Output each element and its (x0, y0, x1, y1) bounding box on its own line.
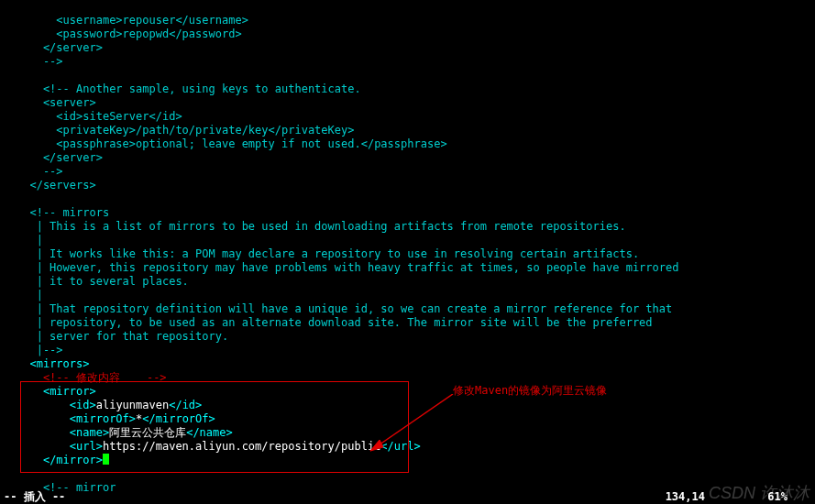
vim-position: 134,14 (666, 490, 705, 504)
mirrorof-open-tag: <mirrorOf> (70, 412, 136, 425)
name-close-tag: </name> (186, 426, 233, 439)
mirror-open-tag: <mirror> (43, 385, 96, 398)
code-line: | (17, 289, 43, 301)
code-line: | However, this repository may have prob… (17, 261, 678, 274)
mirrors-open-tag: <mirrors> (29, 357, 89, 370)
code-line: | server for that repository. (17, 330, 228, 343)
code-line: <username>repouser</username> (17, 14, 248, 27)
id-open-tag: <id> (70, 399, 96, 411)
code-indent (17, 440, 70, 453)
cursor-icon (103, 454, 109, 465)
code-indent (17, 399, 70, 411)
name-open-tag: <name> (70, 426, 109, 439)
code-line: <password>repopwd</password> (17, 27, 242, 40)
annotation-text: 修改Maven的镜像为阿里云镜像 (453, 384, 607, 398)
code-line: <passphrase>optional; leave empty if not… (17, 137, 447, 150)
url-close-tag: </url> (380, 440, 420, 453)
vim-percentage: 61% (767, 490, 787, 504)
url-value: https://maven.aliyun.com/repository/publ… (103, 440, 380, 453)
code-indent (17, 454, 43, 466)
url-open-tag: <url> (70, 440, 103, 453)
code-line: | It works like this: a POM may declare … (17, 247, 639, 260)
code-line: --> (17, 165, 63, 178)
code-indent (17, 426, 70, 439)
code-line: <id>siteServer</id> (17, 110, 182, 123)
code-line: </servers> (17, 179, 96, 192)
code-line: <!-- 修改内容 --> (17, 371, 167, 384)
code-line: </server> (17, 41, 103, 54)
code-line: | (17, 234, 43, 247)
code-line: --> (17, 55, 63, 68)
vim-mode: -- 插入 -- (4, 490, 65, 504)
mirror-close-tag: </mirror> (43, 454, 103, 466)
code-line: <privateKey>/path/to/private/key</privat… (17, 124, 354, 137)
mirrorof-close-tag: </mirrorOf> (142, 412, 215, 425)
code-line: <!-- Another sample, using keys to authe… (17, 82, 361, 95)
id-close-tag: </id> (169, 399, 202, 411)
code-indent (17, 357, 29, 370)
code-line: </server> (17, 151, 103, 164)
code-indent (17, 385, 43, 398)
id-value: aliyunmaven (96, 399, 169, 411)
code-indent (17, 412, 70, 425)
name-value: 阿里云公共仓库 (109, 426, 186, 439)
code-line: | repository, to be used as an alternate… (17, 316, 653, 329)
code-line: |--> (17, 344, 63, 356)
code-line: | it to several places. (17, 275, 189, 288)
terminal-editor[interactable]: <username>repouser</username> <password>… (0, 0, 815, 486)
code-line: | That repository definition will have a… (17, 302, 672, 315)
vim-status-bar: -- 插入 -- 134,14 61% (0, 490, 815, 504)
code-line: <server> (17, 96, 96, 109)
code-line: <!-- mirrors (17, 206, 109, 219)
code-line: | This is a list of mirrors to be used i… (17, 220, 626, 233)
